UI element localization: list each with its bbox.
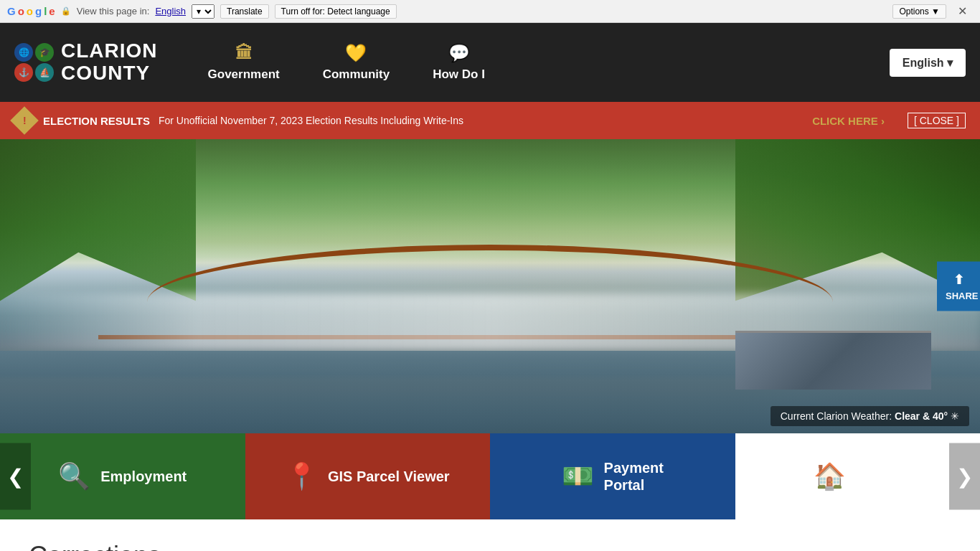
government-icon: 🏛 (235, 43, 253, 63)
header: 🌐 🎓 ⚓ ⛵ CLARION COUNTY 🏛 Government 💛 Co… (0, 23, 980, 102)
employment-icon: 🔍 (58, 461, 90, 491)
translate-lang-select[interactable]: ▾ (192, 4, 215, 19)
nav-item-how-do-i[interactable]: 💬 How Do I (411, 32, 507, 93)
alert-link[interactable]: CLICK HERE › (812, 115, 885, 127)
carousel-next-arrow[interactable]: ❯ (949, 443, 980, 510)
alert-close-button[interactable]: [ CLOSE ] (908, 113, 966, 128)
gis-icon: 📍 (286, 461, 318, 491)
language-button[interactable]: English ▾ (890, 49, 966, 77)
share-icon: ⬆ (946, 272, 971, 288)
nav-item-government[interactable]: 🏛 Government (187, 32, 301, 93)
payment-icon: 💵 (562, 461, 594, 491)
nav-label-community: Community (323, 67, 390, 82)
alert-diamond-icon: ! (10, 106, 39, 135)
hero-image: Current Clarion Weather: Clear & 40° ✳ ⬆… (0, 139, 980, 433)
translate-lang-link[interactable]: English (155, 6, 186, 17)
main-nav: 🏛 Government 💛 Community 💬 How Do I (187, 32, 507, 93)
translate-button[interactable]: Translate (220, 4, 269, 19)
alert-text: For Unofficial November 7, 2023 Election… (159, 115, 804, 126)
weather-icon: ✳ (951, 410, 959, 422)
options-button[interactable]: Options ▼ (892, 4, 946, 19)
weather-label: Current Clarion Weather: (781, 410, 892, 422)
quick-link-payment[interactable]: 💵 PaymentPortal (490, 433, 735, 519)
nav-item-community[interactable]: 💛 Community (301, 32, 412, 93)
quick-link-sheriff[interactable]: 🏠 SheriffSales (735, 433, 981, 519)
gis-label: GIS Parcel Viewer (328, 468, 450, 485)
nav-label-how-do-i: How Do I (433, 67, 485, 82)
logo-icon-1: 🌐 (14, 43, 33, 62)
logo-icon-2: 🎓 (35, 43, 54, 62)
share-label: SHARE (946, 291, 979, 301)
payment-label: PaymentPortal (604, 459, 664, 494)
alert-bar: ! ELECTION RESULTS For Unofficial Novemb… (0, 102, 980, 139)
logo-icons: 🌐 🎓 ⚓ ⛵ (14, 43, 54, 82)
quick-link-employment[interactable]: 🔍 Employment (0, 433, 245, 519)
nav-label-government: Government (208, 67, 280, 82)
corrections-section: Corrections (0, 519, 980, 551)
community-icon: 💛 (345, 43, 367, 63)
logo-icon-4: ⛵ (35, 63, 54, 82)
logo-text: CLARION COUNTY (61, 40, 158, 85)
translate-close-button[interactable]: ✕ (952, 3, 973, 19)
quick-links-row: ❮ 🔍 Employment 📍 GIS Parcel Viewer 💵 Pay… (0, 433, 980, 519)
carousel-prev-arrow[interactable]: ❮ (0, 443, 31, 510)
google-logo: Google (7, 5, 55, 17)
logo-icon-3: ⚓ (14, 63, 33, 82)
lock-icon: 🔒 (61, 6, 71, 16)
translate-bar: Google 🔒 View this page in: English ▾ Tr… (0, 0, 980, 23)
view-text: View this page in: (77, 6, 150, 17)
corrections-title: Corrections (29, 541, 951, 551)
weather-badge: Current Clarion Weather: Clear & 40° ✳ (771, 406, 969, 426)
logo-area[interactable]: 🌐 🎓 ⚓ ⛵ CLARION COUNTY (14, 40, 158, 85)
how-do-i-icon: 💬 (448, 43, 470, 63)
sheriff-label: SheriffSales (856, 459, 901, 494)
sheriff-icon: 🏠 (814, 461, 846, 491)
employment-label: Employment (100, 468, 187, 485)
share-button[interactable]: ⬆ SHARE (937, 262, 980, 311)
turn-off-button[interactable]: Turn off for: Detect language (275, 4, 397, 19)
weather-condition: Clear & 40° (895, 410, 948, 422)
dock-area (735, 331, 931, 390)
quick-link-gis[interactable]: 📍 GIS Parcel Viewer (245, 433, 491, 519)
alert-label: ELECTION RESULTS (43, 115, 150, 127)
